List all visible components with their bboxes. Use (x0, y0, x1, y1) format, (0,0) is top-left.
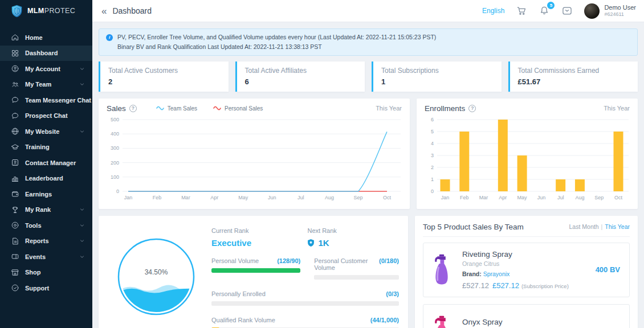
requirement-value: (0/180) (379, 257, 399, 271)
current-rank-value: Executive (211, 238, 251, 248)
svg-text:0: 0 (116, 188, 119, 194)
svg-text:Feb: Feb (153, 195, 162, 200)
sidebar-item-label: Prospect Chat (25, 112, 68, 119)
cart-icon[interactable] (516, 5, 527, 17)
stat-value: 1 (381, 77, 494, 86)
banner-line-1: PV, PECV, Enroller Tree Volume, and Qual… (117, 32, 436, 42)
purple-spray-bottle-image (430, 253, 453, 286)
brand-link[interactable]: Sprayonix (483, 270, 510, 277)
progress-track (314, 275, 399, 280)
svg-text:Oct: Oct (614, 195, 623, 200)
sidebar-item-shop[interactable]: Shop (0, 265, 92, 281)
sidebar-item-prospect-chat[interactable]: Prospect Chat (0, 108, 92, 124)
sidebar-item-my-rank[interactable]: My Rank (0, 202, 92, 218)
chat-icon (11, 96, 19, 104)
stat-label: Total Active Customers (108, 67, 221, 75)
leaderboard-icon (11, 174, 19, 183)
sidebar-item-label: Contact Manager (25, 159, 76, 166)
chevron-down-icon (79, 207, 85, 212)
svg-text:May: May (238, 195, 248, 200)
sidebar-item-support[interactable]: Support (0, 280, 92, 296)
requirement-label: Personal Customer Volume (314, 257, 379, 271)
ticket-icon (11, 252, 19, 261)
stat-label: Total Subscriptions (381, 67, 494, 75)
svg-text:300: 300 (111, 145, 119, 151)
logo[interactable]: MLMPROTEC (0, 0, 92, 22)
sidebar-item-label: Dashboard (25, 50, 58, 56)
language-link[interactable]: English (482, 7, 504, 15)
rank-card: 34.50% Current Rank Executive Next Rank (99, 216, 408, 328)
charts-row: Sales ? Team SalesPersonal Sales This Ye… (99, 99, 638, 209)
svg-text:2: 2 (431, 165, 434, 170)
notification-badge: 5 (547, 2, 555, 9)
sidebar-item-my-website[interactable]: My Website (0, 124, 92, 140)
sidebar-item-label: Tools (25, 222, 42, 229)
svg-text:Apr: Apr (499, 195, 507, 200)
page-title: Dashboard (112, 6, 152, 15)
svg-text:100: 100 (111, 174, 119, 179)
svg-text:1: 1 (431, 177, 434, 182)
grid-icon (11, 49, 19, 58)
product-card-riveting-spray[interactable]: Riveting SprayOrange CitrusBrand: Sprayo… (423, 243, 630, 297)
app-root: MLMPROTEC HomeDashboardMy AccountMy Team… (0, 0, 644, 328)
product-list: Riveting SprayOrange CitrusBrand: Sprayo… (423, 243, 630, 328)
svg-text:Apr: Apr (210, 195, 218, 200)
svg-text:4: 4 (431, 141, 434, 146)
sidebar-item-label: Earnings (25, 191, 52, 198)
sidebar: MLMPROTEC HomeDashboardMy AccountMy Team… (0, 0, 92, 328)
requirement-value: (128/90) (277, 257, 300, 264)
sidebar-item-events[interactable]: Events (0, 249, 92, 265)
user-menu[interactable]: Demo User #624611 (584, 3, 636, 19)
product-bv: 400 BV (596, 265, 622, 274)
sidebar-item-label: Shop (25, 269, 41, 276)
requirement-qualified-rank-volume: Qualified Rank Volume(44/1,000) (211, 317, 399, 328)
svg-text:Feb: Feb (460, 195, 469, 200)
sidebar-item-earnings[interactable]: Earnings (0, 186, 92, 202)
product-name: Riveting Spray (462, 250, 586, 259)
sidebar-item-dashboard[interactable]: Dashboard (0, 46, 92, 62)
sidebar-item-reports[interactable]: Reports (0, 233, 92, 249)
support-icon (11, 284, 19, 292)
stat-value: 6 (245, 77, 357, 86)
sidebar-item-contact-manager[interactable]: Contact Manager (0, 155, 92, 171)
mail-icon[interactable] (561, 5, 573, 17)
svg-text:6: 6 (431, 117, 434, 122)
svg-text:3: 3 (431, 153, 434, 158)
sidebar-nav: HomeDashboardMy AccountMy TeamTeam Messe… (0, 30, 92, 296)
stat-value: £51.67 (518, 77, 630, 86)
sidebar-collapse-icon[interactable]: « (101, 6, 107, 16)
sidebar-item-team-messenger-chat[interactable]: Team Messenger Chat (0, 92, 92, 108)
wallet-icon (11, 190, 19, 198)
filter-this-year[interactable]: This Year (605, 223, 630, 230)
progress-track (211, 268, 300, 273)
sidebar-item-my-account[interactable]: My Account (0, 61, 92, 77)
rank-details: Current Rank Executive Next Rank 1K (205, 224, 399, 328)
svg-text:Aug: Aug (575, 195, 584, 200)
main-area: « Dashboard English 5 Demo User (92, 0, 644, 328)
sidebar-item-home[interactable]: Home (0, 30, 92, 46)
stat-card-total-active-customers: Total Active Customers2 (99, 62, 229, 92)
svg-text:Jan: Jan (441, 195, 450, 200)
product-brand: Brand: Sprayonix (462, 270, 586, 277)
filter-last-month[interactable]: Last Month (569, 223, 599, 230)
svg-text:5: 5 (431, 129, 434, 134)
stat-value: 2 (108, 77, 221, 86)
sidebar-item-label: Events (25, 253, 46, 260)
product-card-onyx-spray[interactable]: Onyx SprayDark CedarBrand: Sprayonix15 B… (423, 304, 630, 328)
sidebar-item-training[interactable]: Training (0, 140, 92, 155)
product-info: Onyx SprayDark CedarBrand: Sprayonix (462, 318, 590, 328)
sidebar-item-tools[interactable]: Tools (0, 218, 92, 233)
notifications-bell-icon[interactable]: 5 (539, 5, 550, 17)
help-icon[interactable]: ? (468, 105, 476, 112)
svg-text:Jan: Jan (124, 195, 133, 200)
sales-legend: Team SalesPersonal Sales (156, 105, 263, 112)
svg-text:Sep: Sep (354, 195, 363, 200)
current-rank: Current Rank Executive (211, 227, 307, 248)
sidebar-item-leaderboard[interactable]: Leaderboard (0, 171, 92, 187)
avatar[interactable] (584, 3, 600, 19)
gauge-percent: 34.50% (145, 268, 168, 276)
sidebar-item-my-team[interactable]: My Team (0, 77, 92, 93)
progress-track (211, 301, 399, 306)
banner-line-2: Binary BV and Rank Qualification Last Up… (117, 42, 436, 52)
help-icon[interactable]: ? (129, 105, 137, 112)
